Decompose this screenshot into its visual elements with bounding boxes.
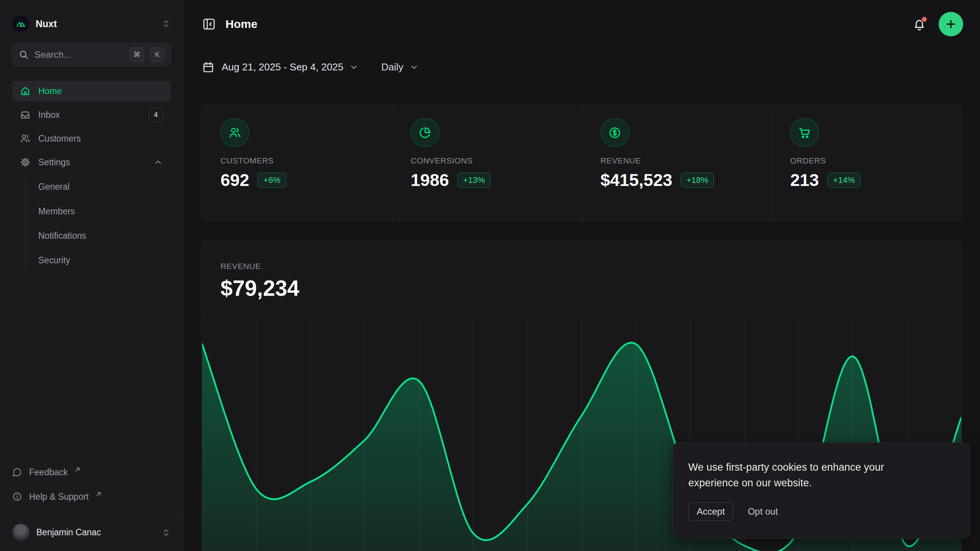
user-name: Benjamin Canac (36, 527, 101, 538)
page-title: Home (225, 18, 257, 31)
stat-label: ORDERS (790, 156, 961, 165)
stat-delta-badge: +13% (457, 173, 491, 188)
granularity-select[interactable]: Daily (381, 61, 419, 73)
stat-revenue[interactable]: REVENUE $415,523 +18% (582, 104, 772, 220)
settings-subnav: General Members Notifications Security (12, 176, 171, 271)
avatar (12, 524, 29, 541)
sidebar-item-label: Settings (38, 157, 70, 168)
cookie-message: We use first-party cookies to enhance yo… (688, 460, 933, 491)
stat-value: $415,523 (601, 170, 673, 190)
gear-icon (20, 157, 31, 168)
stat-customers[interactable]: CUSTOMERS 692 +6% (202, 104, 392, 220)
sub-item-label: Members (38, 206, 75, 217)
cart-icon (790, 118, 819, 147)
cookie-banner: We use first-party cookies to enhance yo… (673, 442, 970, 539)
sub-item-label: Notifications (38, 231, 86, 241)
sidebar-item-label: Home (38, 86, 62, 96)
sidebar-item-label: Inbox (38, 110, 60, 120)
stat-value: 1986 (411, 170, 449, 190)
dollar-circle-icon (601, 118, 629, 147)
stats-card: CUSTOMERS 692 +6% CONVERSIONS 1986 (202, 104, 962, 221)
opt-out-button[interactable]: Opt out (748, 506, 778, 517)
sidebar-item-inbox[interactable]: Inbox 4 (12, 104, 171, 125)
search-placeholder: Search... (34, 49, 124, 60)
sidebar-collapse-icon[interactable] (202, 17, 216, 31)
sidebar-item-home[interactable]: Home (12, 81, 171, 101)
chevron-down-icon (349, 62, 359, 72)
sidebar: Nuxt Search... ⌘ K (0, 0, 183, 551)
workspace-switcher[interactable]: Nuxt (12, 15, 171, 33)
stat-label: CUSTOMERS (220, 156, 392, 165)
inbox-count-badge: 4 (149, 108, 163, 122)
stat-conversions[interactable]: CONVERSIONS 1986 +13% (392, 104, 582, 220)
search-icon (18, 49, 29, 60)
chevrons-up-down-icon (162, 528, 171, 537)
sidebar-nav: Home Inbox 4 Customers (12, 81, 171, 271)
filter-toolbar: Aug 21, 2025 - Sep 4, 2025 Daily (183, 49, 980, 86)
kbd-k: K (150, 47, 165, 62)
brand-name: Nuxt (36, 18, 57, 29)
sidebar-item-notifications[interactable]: Notifications (38, 225, 171, 247)
sidebar-item-customers[interactable]: Customers (12, 128, 171, 149)
topbar: Home (183, 0, 980, 49)
accept-button[interactable]: Accept (688, 502, 733, 521)
external-link-icon (96, 491, 101, 497)
pie-chart-icon (411, 118, 439, 147)
sidebar-footer: Feedback Help & Support (12, 462, 171, 507)
nuxt-logo-icon (12, 15, 29, 32)
search-input[interactable]: Search... ⌘ K (12, 43, 171, 66)
sub-item-label: Security (38, 255, 70, 266)
chevron-up-icon (153, 157, 163, 167)
stat-delta-badge: +6% (258, 173, 286, 188)
notification-dot (921, 16, 928, 23)
info-circle-icon (12, 492, 22, 502)
sidebar-item-general[interactable]: General (38, 176, 171, 198)
sidebar-item-members[interactable]: Members (38, 200, 171, 222)
stat-delta-badge: +18% (681, 173, 714, 188)
stat-label: REVENUE (601, 156, 772, 165)
home-icon (20, 86, 31, 96)
chevrons-up-down-icon (162, 19, 171, 28)
users-icon (20, 133, 31, 144)
chevron-down-icon (409, 62, 419, 72)
feedback-link[interactable]: Feedback (12, 462, 171, 482)
external-link-icon (75, 467, 80, 473)
kbd-cmd: ⌘ (129, 47, 144, 62)
stat-delta-badge: +14% (827, 173, 861, 188)
stat-orders[interactable]: ORDERS 213 +14% (771, 104, 961, 220)
date-range-button[interactable]: Aug 21, 2025 - Sep 4, 2025 (222, 61, 343, 73)
sidebar-item-label: Customers (38, 134, 81, 144)
stat-value: 213 (790, 170, 819, 190)
add-button[interactable] (939, 12, 963, 36)
help-support-link[interactable]: Help & Support (12, 487, 171, 507)
granularity-value: Daily (381, 61, 403, 73)
calendar-icon (202, 61, 215, 74)
user-menu[interactable]: Benjamin Canac (0, 514, 183, 551)
stat-label: CONVERSIONS (411, 156, 582, 165)
revenue-chart-value: $79,234 (220, 276, 943, 301)
sidebar-item-security[interactable]: Security (38, 249, 171, 271)
sub-item-label: General (38, 182, 70, 192)
speech-bubble-icon (12, 467, 22, 477)
stat-value: 692 (220, 170, 249, 190)
notifications-button[interactable] (912, 17, 926, 31)
help-support-label: Help & Support (29, 492, 89, 502)
topbar-actions (912, 12, 963, 36)
users-icon (220, 118, 249, 147)
revenue-chart-label: REVENUE (220, 262, 943, 271)
sidebar-item-settings[interactable]: Settings (12, 152, 171, 173)
inbox-icon (20, 109, 31, 120)
feedback-label: Feedback (29, 467, 68, 478)
